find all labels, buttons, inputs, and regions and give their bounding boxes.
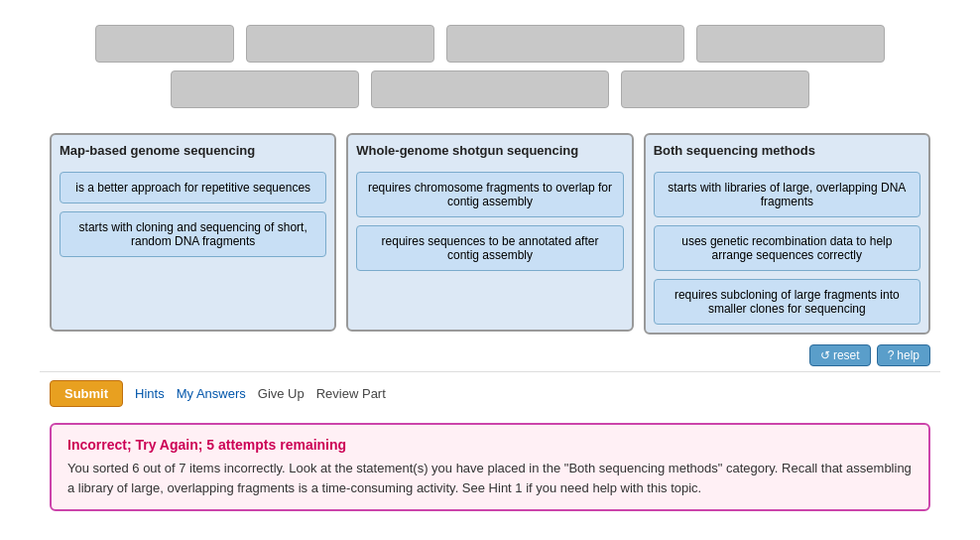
bottom-toolbar: Submit Hints My Answers Give Up Review P… bbox=[40, 371, 940, 415]
drag-item-1[interactable] bbox=[95, 25, 234, 63]
category-shotgun-items: requires chromosome fragments to overlap… bbox=[356, 172, 623, 271]
help-button[interactable]: ? help bbox=[877, 344, 930, 366]
cat-item-both-3[interactable]: requires subcloning of large fragments i… bbox=[654, 279, 920, 325]
cat-item-shotgun-1[interactable]: requires chromosome fragments to overlap… bbox=[356, 172, 623, 217]
drag-item-4[interactable] bbox=[696, 25, 885, 63]
reset-icon: ↺ bbox=[820, 348, 830, 362]
cat-item-both-1[interactable]: starts with libraries of large, overlapp… bbox=[654, 172, 920, 217]
feedback-box: Incorrect; Try Again; 5 attempts remaini… bbox=[50, 423, 930, 511]
categories-container: Map-based genome sequencing is a better … bbox=[50, 133, 930, 335]
drag-item-6[interactable] bbox=[371, 70, 609, 108]
submit-button[interactable]: Submit bbox=[50, 380, 123, 407]
category-both-title: Both sequencing methods bbox=[654, 143, 920, 162]
hints-link[interactable]: Hints bbox=[135, 386, 165, 401]
action-buttons: ↺ reset ? help bbox=[40, 344, 930, 366]
category-both-items: starts with libraries of large, overlapp… bbox=[654, 172, 920, 325]
help-label: help bbox=[897, 348, 919, 362]
category-shotgun: Whole-genome shotgun sequencing requires… bbox=[346, 133, 633, 332]
category-map-based-title: Map-based genome sequencing bbox=[60, 143, 326, 162]
my-answers-link[interactable]: My Answers bbox=[177, 386, 246, 401]
cat-item-map-2[interactable]: starts with cloning and sequencing of sh… bbox=[60, 211, 326, 257]
drag-row-1 bbox=[95, 25, 885, 63]
feedback-title: Incorrect; Try Again; 5 attempts remaini… bbox=[67, 437, 913, 453]
category-both: Both sequencing methods starts with libr… bbox=[644, 133, 930, 335]
category-map-based: Map-based genome sequencing is a better … bbox=[50, 133, 336, 332]
give-up-text: Give Up bbox=[258, 386, 305, 401]
reset-label: reset bbox=[833, 348, 860, 362]
feedback-text: You sorted 6 out of 7 items incorrectly.… bbox=[67, 459, 913, 497]
review-part-text: Review Part bbox=[316, 386, 386, 401]
reset-button[interactable]: ↺ reset bbox=[809, 344, 871, 366]
drag-row-2 bbox=[171, 70, 809, 108]
cat-item-shotgun-2[interactable]: requires sequences to be annotated after… bbox=[356, 225, 623, 271]
drag-items-pool bbox=[40, 10, 940, 128]
category-map-based-items: is a better approach for repetitive sequ… bbox=[60, 172, 326, 257]
cat-item-both-2[interactable]: uses genetic recombination data to help … bbox=[654, 225, 920, 271]
drag-item-5[interactable] bbox=[171, 70, 359, 108]
category-shotgun-title: Whole-genome shotgun sequencing bbox=[356, 143, 623, 162]
drag-item-3[interactable] bbox=[446, 25, 684, 63]
drag-item-2[interactable] bbox=[246, 25, 434, 63]
help-icon: ? bbox=[888, 348, 895, 362]
cat-item-map-1[interactable]: is a better approach for repetitive sequ… bbox=[60, 172, 326, 203]
drag-item-7[interactable] bbox=[621, 70, 809, 108]
